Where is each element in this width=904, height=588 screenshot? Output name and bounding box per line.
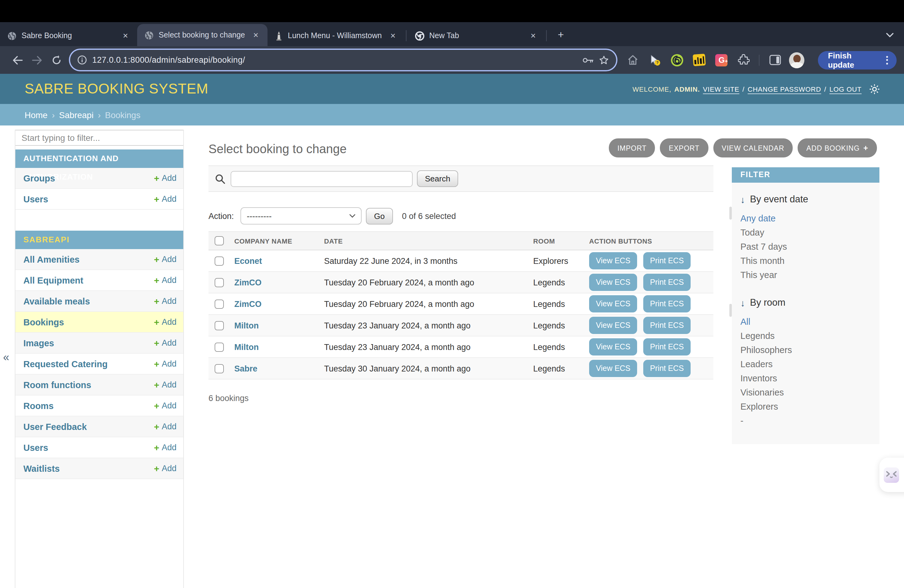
profile-avatar[interactable] <box>789 52 805 68</box>
extension-spiral[interactable] <box>669 52 685 68</box>
password-key-icon[interactable] <box>583 56 594 64</box>
filter-option-explorers[interactable]: Explorers <box>740 400 873 414</box>
filter-option-visionaries[interactable]: Visionaries <box>740 386 873 400</box>
row-checkbox[interactable] <box>215 278 224 287</box>
all-equipment-add-link[interactable]: +Add <box>154 275 177 285</box>
extension-chart[interactable] <box>692 52 708 68</box>
back-button[interactable] <box>7 50 27 70</box>
images-link[interactable]: Images <box>24 338 154 348</box>
room-functions-add-link[interactable]: +Add <box>154 379 177 390</box>
side-panel-button[interactable] <box>767 52 783 68</box>
print-ecs-button[interactable]: Print ECS <box>643 274 691 291</box>
action-select[interactable]: --------- <box>241 207 362 224</box>
requested-catering-link[interactable]: Requested Catering <box>24 359 154 369</box>
assistant-widget[interactable] <box>879 458 904 492</box>
print-ecs-button[interactable]: Print ECS <box>643 317 691 334</box>
filter-option-leaders[interactable]: Leaders <box>740 357 873 371</box>
view-calendar-button[interactable]: VIEW CALENDAR <box>713 138 793 158</box>
filter-option-today[interactable]: Today <box>740 226 873 240</box>
view-ecs-button[interactable]: View ECS <box>589 274 637 291</box>
add-booking-button[interactable]: ADD BOOKING+ <box>798 138 877 158</box>
home-button[interactable] <box>625 52 641 68</box>
users-api-link[interactable]: Users <box>24 443 154 452</box>
all-amenities-link[interactable]: All Amenities <box>24 254 154 264</box>
rooms-add-link[interactable]: +Add <box>154 400 177 411</box>
change-password-link[interactable]: CHANGE PASSWORD <box>748 85 821 93</box>
view-ecs-button[interactable]: View ECS <box>589 360 637 377</box>
extensions-menu-button[interactable] <box>736 52 752 68</box>
view-ecs-button[interactable]: View ECS <box>589 317 637 334</box>
filter-option-this-month[interactable]: This month <box>740 254 873 268</box>
view-ecs-button[interactable]: View ECS <box>589 295 637 313</box>
view-site-link[interactable]: VIEW SITE <box>703 85 739 93</box>
user-feedback-link[interactable]: User Feedback <box>24 422 154 432</box>
waitlists-link[interactable]: Waitlists <box>24 463 154 473</box>
row-checkbox[interactable] <box>215 342 224 351</box>
finish-update-button[interactable]: Finish update <box>818 51 897 69</box>
sidebar-collapse-button[interactable]: « <box>3 351 9 364</box>
print-ecs-button[interactable]: Print ECS <box>643 252 691 269</box>
company-link[interactable]: ZimCO <box>234 278 324 287</box>
row-checkbox[interactable] <box>215 321 224 330</box>
search-button[interactable]: Search <box>417 171 458 187</box>
breadcrumb-home-link[interactable]: Home <box>25 110 47 120</box>
user-feedback-add-link[interactable]: +Add <box>154 421 177 432</box>
extension-g[interactable]: G+ <box>714 52 730 68</box>
tab-close-icon[interactable]: ✕ <box>120 30 131 41</box>
bookings-link[interactable]: Bookings <box>24 317 154 327</box>
tab-lunch-menu[interactable]: Lunch Menu - Williamstown E ✕ <box>267 25 405 46</box>
bookings-add-link[interactable]: +Add <box>154 317 177 327</box>
log-out-link[interactable]: LOG OUT <box>829 85 861 93</box>
theme-toggle-button[interactable] <box>869 84 879 94</box>
print-ecs-button[interactable]: Print ECS <box>643 295 691 313</box>
tab-close-icon[interactable]: ✕ <box>250 30 261 41</box>
row-checkbox[interactable] <box>215 299 224 308</box>
tab-select-booking-active[interactable]: Select booking to change | Dja ✕ <box>137 24 267 46</box>
filter-option-any-date[interactable]: Any date <box>740 212 873 226</box>
view-ecs-button[interactable]: View ECS <box>589 338 637 356</box>
company-link[interactable]: ZimCO <box>234 299 324 308</box>
tab-sabre-booking[interactable]: Sabre Booking ✕ <box>0 25 137 46</box>
available-meals-link[interactable]: Available meals <box>24 296 154 306</box>
view-ecs-button[interactable]: View ECS <box>589 252 637 269</box>
column-header-room[interactable]: ROOM <box>533 237 589 245</box>
groups-link[interactable]: Groups <box>24 173 154 183</box>
tab-close-icon[interactable]: ✕ <box>528 30 539 41</box>
room-functions-link[interactable]: Room functions <box>24 380 154 390</box>
extension-cursor-help[interactable]: ? <box>647 52 663 68</box>
print-ecs-button[interactable]: Print ECS <box>643 338 691 356</box>
users-add-link[interactable]: +Add <box>154 194 177 204</box>
available-meals-add-link[interactable]: +Add <box>154 296 177 306</box>
sidebar-section-auth[interactable]: AUTHENTICATION AND AUTHORIZATION <box>15 149 183 168</box>
column-header-company[interactable]: COMPANY NAME <box>234 237 324 245</box>
reload-button[interactable] <box>47 50 66 70</box>
company-link[interactable]: Milton <box>234 342 324 351</box>
filter-option-all[interactable]: All <box>740 315 873 329</box>
breadcrumb-app-link[interactable]: Sabreapi <box>59 110 93 120</box>
row-checkbox[interactable] <box>215 364 224 373</box>
filter-option-philosophers[interactable]: Philosophers <box>740 343 873 357</box>
column-header-date[interactable]: DATE <box>324 237 533 245</box>
requested-catering-add-link[interactable]: +Add <box>154 359 177 369</box>
tab-search-menu-button[interactable] <box>883 28 897 42</box>
bookmark-star-icon[interactable] <box>599 55 609 65</box>
sidebar-section-sabreapi[interactable]: SABREAPI <box>15 231 183 249</box>
company-link[interactable]: Milton <box>234 321 324 330</box>
all-equipment-link[interactable]: All Equipment <box>24 275 154 285</box>
search-input[interactable] <box>231 171 412 187</box>
company-link[interactable]: Econet <box>234 256 324 266</box>
forward-button[interactable] <box>27 50 47 70</box>
go-button[interactable]: Go <box>366 207 393 224</box>
company-link[interactable]: Sabre <box>234 364 324 373</box>
images-add-link[interactable]: +Add <box>154 338 177 348</box>
all-amenities-add-link[interactable]: +Add <box>154 254 177 264</box>
select-all-checkbox[interactable] <box>215 236 224 245</box>
filter-option-past-7-days[interactable]: Past 7 days <box>740 240 873 254</box>
waitlists-add-link[interactable]: +Add <box>154 463 177 474</box>
print-ecs-button[interactable]: Print ECS <box>643 360 691 377</box>
filter-option-none[interactable]: - <box>740 414 873 428</box>
tab-close-icon[interactable]: ✕ <box>387 30 398 41</box>
filter-option-legends[interactable]: Legends <box>740 329 873 343</box>
kebab-menu-icon[interactable] <box>882 56 892 64</box>
site-brand[interactable]: SABRE BOOKING SYSTEM <box>25 81 208 97</box>
